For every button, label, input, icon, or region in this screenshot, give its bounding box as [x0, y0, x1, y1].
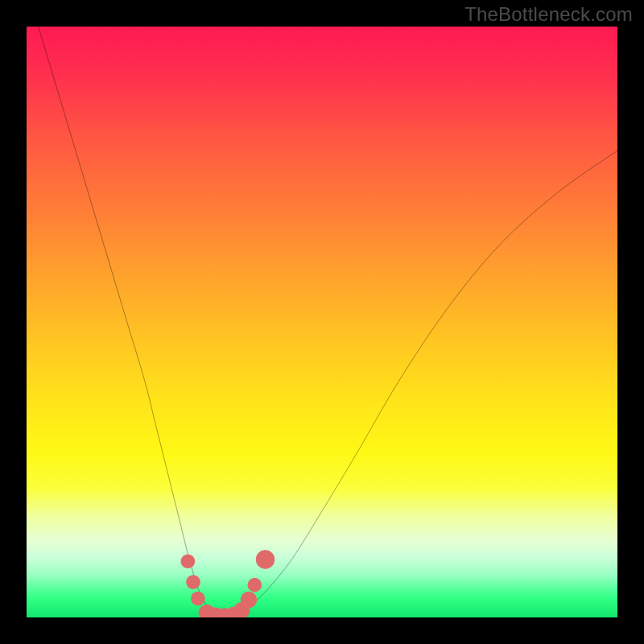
marker-dot	[181, 554, 196, 568]
marker-dot	[186, 575, 200, 589]
bottleneck-curve	[39, 27, 617, 617]
marker-dot	[191, 592, 205, 606]
marker-dot	[256, 550, 275, 568]
marker-dot	[248, 578, 262, 592]
curve-group	[39, 27, 617, 617]
watermark-text: TheBottleneck.com	[464, 3, 633, 26]
plot-area	[27, 27, 617, 617]
chart-svg	[27, 27, 617, 617]
marker-dot	[241, 592, 258, 609]
chart-frame: TheBottleneck.com	[0, 0, 644, 644]
marker-group	[181, 550, 275, 617]
